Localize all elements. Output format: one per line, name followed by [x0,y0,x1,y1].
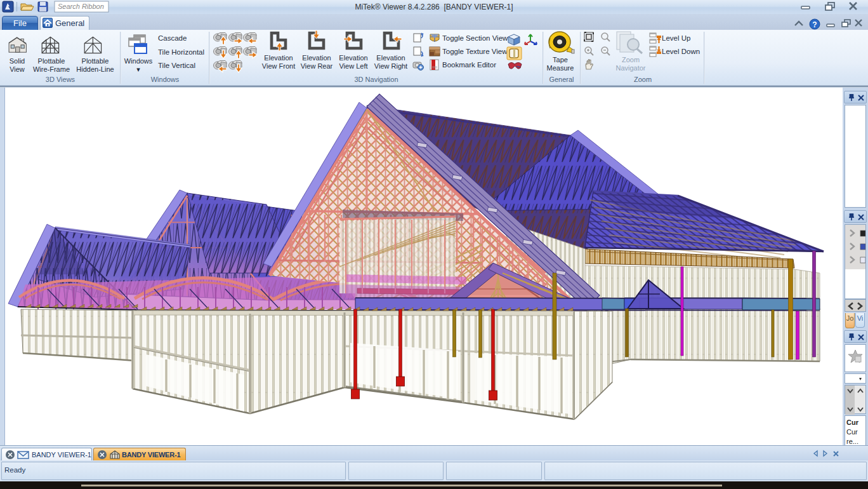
svg-text:?: ? [812,20,817,29]
